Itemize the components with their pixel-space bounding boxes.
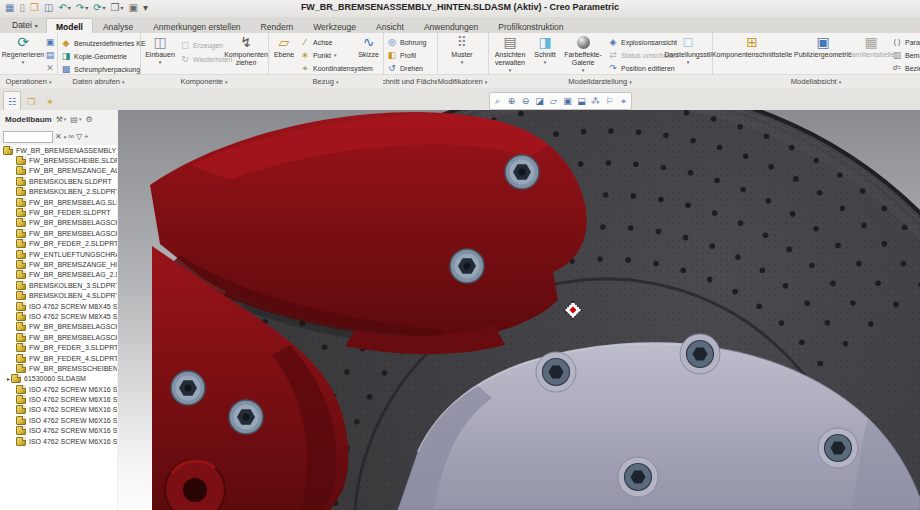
display-style-button[interactable]: ▱ bbox=[547, 95, 560, 108]
expand-arrow-icon[interactable]: ▸ bbox=[7, 375, 10, 382]
3d-viewport[interactable] bbox=[118, 110, 920, 510]
appearance-gallery-button[interactable]: Farbeffekte-Galerie▾ bbox=[560, 34, 606, 73]
tree-settings-button[interactable]: ⚙ bbox=[85, 115, 92, 124]
tree-item[interactable]: ▸ FW_BREMSSCHEIBE.SLDPRT bbox=[0, 155, 117, 165]
view-manager-button[interactable]: ⬓ bbox=[575, 95, 588, 108]
hole-button[interactable]: ◎Bohrung bbox=[387, 36, 426, 48]
relations-button[interactable]: d=Beziehungen bbox=[892, 62, 920, 74]
zoom-out-button[interactable]: ⊖ bbox=[519, 95, 532, 108]
tree-item[interactable]: ▸ FW_ENTLUEFTUNGSCHRAUBE_1.SLDPRT bbox=[0, 249, 117, 259]
tree-item[interactable]: ▸ FW_BR_BREMSBELAGSCHRAUBE.SLDPRT bbox=[0, 322, 117, 332]
favorites-tab[interactable]: ✶ bbox=[41, 91, 59, 112]
tree-item[interactable]: ▸ ISO 4762 SCREW M6X16 STEEL bbox=[0, 436, 117, 446]
zoom-in-button[interactable]: ⊕ bbox=[505, 95, 518, 108]
group-label-model-display[interactable]: Modelldarstellung▾ bbox=[488, 74, 712, 88]
component-interface-button[interactable]: ⊞ Komponentenschnittstelle bbox=[714, 34, 790, 59]
tree-show-button[interactable]: ▤▾ bbox=[70, 115, 81, 124]
ribbon-tab[interactable]: Werkzeuge bbox=[303, 18, 366, 34]
exploded-view-button[interactable]: ◈Explosionsansicht bbox=[608, 36, 677, 48]
tree-item[interactable]: ▸ FW_BR_FEDER_2.SLDPRT bbox=[0, 239, 117, 249]
tree-tools-button[interactable]: ⚒▾ bbox=[56, 115, 67, 124]
filter-button[interactable]: ▽ bbox=[76, 132, 82, 142]
axis-button[interactable]: ∕Achse bbox=[300, 36, 332, 48]
tree-item[interactable]: ▸ 61530060 SLDASM bbox=[0, 374, 117, 384]
drag-components-button[interactable]: ↯ Komponenten ziehen bbox=[226, 34, 266, 67]
tree-item[interactable]: ▸ FW_BR_BREMSBELAGSCHRAUBE.SLDPRT bbox=[0, 228, 117, 238]
ribbon-tab[interactable]: Ansicht bbox=[366, 18, 414, 34]
edit-position-button[interactable]: ↷Position editieren bbox=[608, 62, 675, 74]
dimensions-button[interactable]: ▥Bemaßung bbox=[892, 49, 920, 61]
tree-item[interactable]: ▸ BREMSKOLBEN_4.SLDPRT bbox=[0, 290, 117, 300]
custom-feature-button[interactable]: ◆Benutzerdefiniertes KE bbox=[61, 37, 146, 49]
tree-item[interactable]: ▸ FW_BR_BREMSZANGE_AUSSEN.SLDPRT bbox=[0, 166, 117, 176]
tree-item[interactable]: ▸ ISO 4762 SCREW M6X16 STEEL bbox=[0, 415, 117, 425]
add-filter-button[interactable]: + bbox=[84, 132, 89, 142]
create-component-button[interactable]: ◻Erzeugen bbox=[180, 39, 223, 51]
revolve-button[interactable]: ↺Drehen bbox=[387, 62, 423, 74]
tree-item[interactable]: ▸ FW_BR_FEDER.SLDPRT bbox=[0, 207, 117, 217]
file-menu-button[interactable]: Datei▾ bbox=[4, 18, 46, 32]
tree-item[interactable]: ▸ FW_BR_BREMSBELAG_2.SLDPRT bbox=[0, 270, 117, 280]
tree-item[interactable]: ▸ FW_BR_BREMSBELAG.SLDPRT bbox=[0, 197, 117, 207]
tree-item[interactable]: ▸ ISO 4762 SCREW M8X45 STEEL bbox=[0, 301, 117, 311]
tree-item[interactable]: ▸ ISO 4762 SCREW M6X16 STEEL bbox=[0, 405, 117, 415]
clear-search-button[interactable]: ✕ bbox=[55, 132, 62, 142]
group-label-operations[interactable]: Operationen▾ bbox=[0, 74, 57, 88]
sketch-button[interactable]: ∿ Skizze bbox=[356, 34, 381, 59]
tree-item[interactable]: ▸ BREMSKOLBEN_2.SLDPRT bbox=[0, 187, 117, 197]
group-label-modifiers[interactable]: Modifikatoren▾ bbox=[437, 74, 488, 88]
tree-item[interactable]: ▸ FW_BR_BREMSENASSEMBLY_HINTEN.SLDASM bbox=[0, 145, 117, 155]
repaint-button[interactable]: ◪ bbox=[533, 95, 546, 108]
plane-button[interactable]: ▱ Ebene bbox=[271, 34, 297, 59]
ribbon-tab[interactable]: Profilkonstruktion bbox=[488, 18, 573, 34]
tree-item[interactable]: ▸ FW_BR_BREMSZANGE_HINTEN.SLDPRT bbox=[0, 259, 117, 269]
spin-center-button[interactable]: ⌖ bbox=[617, 95, 630, 108]
datum-display-button[interactable]: ⁂ bbox=[589, 95, 602, 108]
model-tree-tab[interactable]: ☷ bbox=[3, 91, 21, 112]
refit-button[interactable]: ⌕ bbox=[491, 95, 504, 108]
tree-item[interactable]: ▸ ISO 4762 SCREW M6X16 STEEL bbox=[0, 384, 117, 394]
delete-button[interactable]: ✕ bbox=[45, 62, 55, 74]
group-label-model-intent[interactable]: Modellabsicht▾ bbox=[712, 74, 920, 88]
csys-button[interactable]: ⌖Koordinatensystem bbox=[300, 62, 373, 74]
manage-views-button[interactable]: ▤ Ansichten verwalten▾ bbox=[491, 34, 529, 73]
assemble-button[interactable]: ◫ Einbauen▾ bbox=[144, 34, 176, 65]
ribbon-tab[interactable]: Rendern bbox=[251, 18, 304, 34]
section-button[interactable]: ◨ Schnitt▾ bbox=[531, 34, 559, 65]
publish-geometry-button[interactable]: ▣ Publiziergeometrie bbox=[792, 34, 854, 59]
tree-item[interactable]: ▸ BREMSKOLBEN.SLDPRT bbox=[0, 176, 117, 186]
copy-geometry-button[interactable]: ◨Kopie-Geometrie bbox=[61, 50, 127, 62]
tree-item[interactable]: ▸ FW_BR_FEDER_3.SLDPRT bbox=[0, 342, 117, 352]
group-label-datum[interactable]: Bezug▾ bbox=[268, 74, 383, 88]
tree-item[interactable]: ▸ ISO 4762 SCREW M8X45 STEEL bbox=[0, 311, 117, 321]
search-options-button[interactable]: ▾ bbox=[64, 132, 67, 142]
find-button[interactable]: ∞ bbox=[68, 132, 74, 142]
family-table-button[interactable]: ▦ Familientabelle bbox=[854, 34, 888, 59]
tree-item[interactable]: ▸ FW_BR_BREMSBELAGSCHRAUBE.SLDPRT bbox=[0, 218, 117, 228]
ribbon-tab[interactable]: Analyse bbox=[93, 18, 143, 34]
ribbon-tab[interactable]: Anwendungen bbox=[414, 18, 488, 34]
folder-browser-tab[interactable]: ❒ bbox=[22, 91, 40, 112]
tree-search-input[interactable] bbox=[3, 131, 53, 143]
tree-item[interactable]: ▸ FW_BR_FEDER_4.SLDPRT bbox=[0, 353, 117, 363]
ribbon-tab[interactable]: Anmerkungen erstellen bbox=[143, 18, 250, 34]
tree-item[interactable]: ▸ BREMSKOLBEN_3.SLDPRT bbox=[0, 280, 117, 290]
copy-button[interactable]: ▣ bbox=[45, 36, 55, 48]
parameters-button[interactable]: ( )Parameter bbox=[892, 36, 920, 48]
display-style-button[interactable]: □ Darstellungsstil▾ bbox=[668, 34, 708, 65]
tree-item[interactable]: ▸ ISO 4762 SCREW M6X16 STEEL bbox=[0, 394, 117, 404]
saved-views-button[interactable]: ▣ bbox=[561, 95, 574, 108]
annotation-display-button[interactable]: ⚐ bbox=[603, 95, 616, 108]
ribbon-tab[interactable]: Modell bbox=[46, 18, 93, 34]
group-label-cut-surface[interactable]: Schnitt und Fläche▾ bbox=[383, 74, 437, 88]
pattern-button[interactable]: ⠿ Muster▾ bbox=[442, 34, 482, 65]
regenerate-button[interactable]: ⟳ Regenerieren▾ bbox=[2, 34, 44, 65]
tree-item[interactable]: ▸ FW_BR_BREMSBELAGSCHRAUBE.SLDPRT bbox=[0, 332, 117, 342]
extrude-button[interactable]: ◧Profil bbox=[387, 49, 416, 61]
paste-button[interactable]: ▤ bbox=[45, 49, 55, 61]
group-label-get-data[interactable]: Daten abrufen▾ bbox=[57, 74, 140, 88]
tree-item[interactable]: ▸ ISO 4762 SCREW M6X16 STEEL bbox=[0, 426, 117, 436]
group-label-component[interactable]: Komponente▾ bbox=[140, 74, 268, 88]
point-button[interactable]: ∗Punkt▾ bbox=[300, 49, 336, 61]
tree-item[interactable]: ▸ FW_BR_BREMSSCHEIBENAUFNAHME.SLDPRT bbox=[0, 363, 117, 373]
